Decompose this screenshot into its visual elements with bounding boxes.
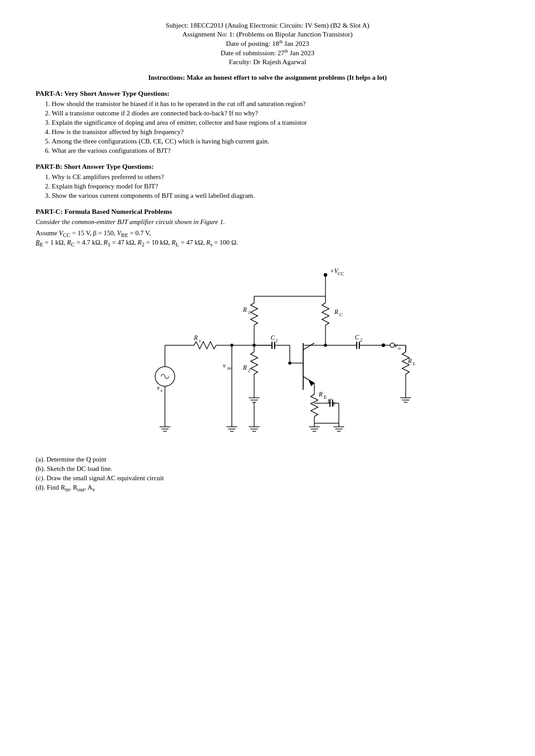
part-c-intro: Consider the common-emitter BJT amplifie… bbox=[36, 218, 499, 226]
svg-text:s: s bbox=[199, 338, 201, 343]
list-item: Explain high frequency model for BJT? bbox=[52, 183, 499, 190]
submission-date: Date of submission: 27th Jan 2023 bbox=[36, 49, 499, 57]
list-item: Why is CE amplifiers preferred to others… bbox=[52, 173, 499, 181]
posting-date: Date of posting: 18th Jan 2023 bbox=[36, 39, 499, 48]
part-b-section: PART-B: Short Answer Type Questions: Why… bbox=[36, 163, 499, 200]
part-b-list: Why is CE amplifiers preferred to others… bbox=[52, 173, 499, 200]
list-item: How should the transistor be biased if i… bbox=[52, 100, 499, 108]
sub-questions: (a). Determine the Q point (b). Sketch t… bbox=[36, 456, 499, 493]
vcc-node bbox=[324, 273, 327, 277]
svg-text:L: L bbox=[412, 361, 416, 366]
circuit-diagram-container: +V CC R 1 R 2 bbox=[36, 256, 499, 443]
svg-text:s: s bbox=[160, 388, 162, 393]
instructions-text: Instructions: Make an honest effort to s… bbox=[36, 74, 499, 82]
list-item: How is the transistor affected by high f… bbox=[52, 128, 499, 136]
list-item: Among the three configurations (CB, CE, … bbox=[52, 138, 499, 145]
c2-label: C bbox=[355, 334, 359, 341]
part-c-title: PART-C: Formula Based Numerical Problems bbox=[36, 208, 499, 216]
part-a-section: PART-A: Very Short Answer Type Questions… bbox=[36, 90, 499, 155]
c1-label: C bbox=[271, 335, 275, 341]
circuit-svg: +V CC R 1 R 2 bbox=[116, 256, 419, 443]
part-a-list: How should the transistor be biased if i… bbox=[52, 100, 499, 155]
svg-text:2: 2 bbox=[360, 337, 362, 343]
rs-label: R bbox=[193, 335, 198, 341]
assignment-line: Assignment No: 1: (Problems on Bipolar J… bbox=[36, 30, 499, 38]
svg-text:C: C bbox=[339, 312, 343, 317]
list-item: Will a transistor outcome if 2 diodes ar… bbox=[52, 110, 499, 117]
part-a-title: PART-A: Very Short Answer Type Questions… bbox=[36, 90, 499, 98]
faculty-line: Faculty: Dr Rajesh Agarwal bbox=[36, 58, 499, 66]
svg-text:CC: CC bbox=[337, 271, 344, 276]
r2-label: R bbox=[243, 364, 247, 371]
svg-point-55 bbox=[288, 362, 292, 365]
svg-text:E: E bbox=[323, 394, 327, 400]
list-item: Show the various current components of B… bbox=[52, 192, 499, 200]
sub-q-b: (b). Sketch the DC load line. bbox=[36, 465, 499, 473]
list-item: What are the various configurations of B… bbox=[52, 147, 499, 155]
rl-label: R bbox=[407, 358, 412, 364]
vin-label: v bbox=[223, 362, 226, 369]
svg-marker-23 bbox=[309, 380, 314, 386]
rc-label: R bbox=[334, 309, 338, 315]
sub-q-a: (a). Determine the Q point bbox=[36, 456, 499, 463]
svg-text:o: o bbox=[398, 345, 401, 351]
vs-label: v bbox=[157, 384, 160, 391]
subject-line: Subject: 18ECC201J (Analog Electronic Ci… bbox=[36, 21, 499, 29]
re-label: R bbox=[318, 391, 323, 398]
part-b-title: PART-B: Short Answer Type Questions: bbox=[36, 163, 499, 171]
assume-parameters: Assume VCC = 15 V, β = 150, VBE = 0.7 V,… bbox=[36, 229, 499, 248]
sub-q-c: (c). Draw the small signal AC equivalent… bbox=[36, 474, 499, 482]
svg-point-41 bbox=[390, 343, 395, 347]
svg-line-21 bbox=[303, 343, 314, 350]
svg-text:in: in bbox=[227, 365, 231, 371]
svg-line-22 bbox=[303, 376, 314, 383]
part-c-section: PART-C: Formula Based Numerical Problems… bbox=[36, 208, 499, 493]
document-header: Subject: 18ECC201J (Analog Electronic Ci… bbox=[36, 21, 499, 66]
r1-label: R bbox=[243, 306, 247, 313]
list-item: Explain the significance of doping and a… bbox=[52, 119, 499, 127]
svg-text:1: 1 bbox=[276, 338, 278, 343]
sub-q-d: (d). Find Rin, Rout, Av bbox=[36, 484, 499, 493]
